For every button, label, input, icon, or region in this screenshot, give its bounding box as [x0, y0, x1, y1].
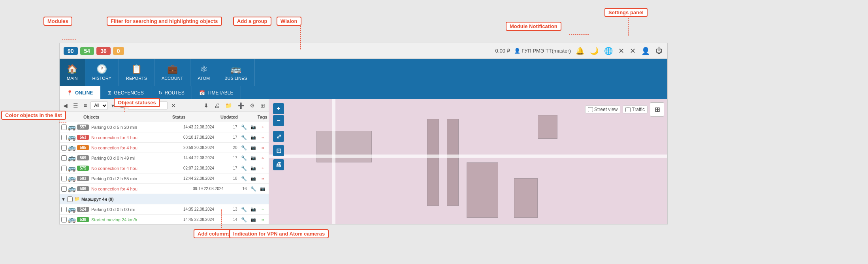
- settings-list-btn[interactable]: ⚙: [248, 102, 257, 109]
- nav-reports[interactable]: 📋 REPORTS: [119, 59, 154, 86]
- money-display: 0.00 ₽: [495, 48, 510, 54]
- map-controls: + − ⤢ ⊡ 🖨: [273, 103, 284, 170]
- group-checkbox[interactable]: [67, 196, 73, 202]
- vehicle-updated: 12:44 22.08.2024: [183, 176, 231, 181]
- filter-select[interactable]: All: [90, 101, 108, 110]
- map-building: [514, 178, 538, 218]
- row-checkbox[interactable]: [61, 217, 67, 223]
- camera-icon: 📷: [249, 176, 258, 181]
- row-checkbox[interactable]: [61, 135, 67, 140]
- status-count-green: 54: [80, 47, 94, 55]
- nav-routes[interactable]: ↻ ROUTES: [151, 86, 192, 99]
- list-item[interactable]: 🚌 563 No connection for 4 hou 03:10 17.0…: [60, 132, 269, 143]
- status-count-orange: 0: [113, 47, 124, 55]
- print-map-btn[interactable]: 🖨: [273, 159, 284, 170]
- nav-account[interactable]: 💼 ACCOUNT: [154, 59, 190, 86]
- row-checkbox[interactable]: [61, 176, 67, 181]
- row-checkbox[interactable]: [61, 155, 67, 161]
- list-btn[interactable]: ≡: [82, 102, 89, 109]
- menu-btn[interactable]: ☰: [71, 102, 80, 109]
- print-btn[interactable]: 🖨: [212, 102, 222, 109]
- globe-icon[interactable]: 🌐: [603, 46, 614, 56]
- row-checkbox[interactable]: [61, 166, 67, 171]
- folder-btn[interactable]: 📁: [223, 102, 234, 109]
- map-building: [427, 119, 439, 206]
- vehicle-badge: 557: [77, 124, 89, 130]
- vehicle-icon: 🚌: [68, 144, 76, 151]
- vehicle-num: 16: [241, 187, 248, 191]
- search-clear-btn[interactable]: ✕: [169, 102, 178, 109]
- add-btn[interactable]: ➕: [235, 102, 246, 109]
- vehicle-num: 17: [232, 166, 239, 170]
- vehicle-icon: 🚌: [68, 206, 76, 213]
- wrench-icon: 🔧: [249, 186, 258, 192]
- vehicle-status: Parking 00 d 2 h 55 min: [90, 176, 183, 181]
- nav-bus-lines[interactable]: 🚌 BUS LINES: [217, 59, 254, 86]
- back-btn[interactable]: ◀: [61, 102, 70, 109]
- account-icon: 💼: [167, 64, 178, 74]
- object-statuses-callout: Object statuses: [114, 98, 160, 107]
- modules-callout: Modules: [43, 17, 72, 26]
- notification-bell-icon[interactable]: 🔔: [575, 46, 585, 56]
- nav-routes-label: ROUTES: [165, 90, 185, 96]
- user-icon[interactable]: 👤: [640, 46, 651, 56]
- list-item[interactable]: 🚌 575 No connection for 4 hou 02:07 22.0…: [60, 163, 269, 173]
- list-item[interactable]: 🚌 538 Started moving 24 km/h 14:45 22.08…: [60, 215, 269, 224]
- camera-icon: 📷: [249, 155, 258, 160]
- vehicle-status: No connection for 4 hou: [90, 135, 183, 140]
- street-view-checkbox[interactable]: [588, 107, 593, 112]
- top-nav: 🏠 MAIN 🕐 HISTORY 📋 REPORTS 💼 ACCOUNT ⚛ A…: [60, 59, 667, 86]
- list-item[interactable]: 🚌 583 Parking 00 d 2 h 55 min 12:44 22.0…: [60, 173, 269, 184]
- vehicle-badge: 569: [77, 155, 89, 160]
- zoom-out-btn[interactable]: −: [273, 115, 284, 126]
- nav-history[interactable]: 🕐 HISTORY: [85, 59, 119, 86]
- list-item[interactable]: 🚌 524 Parking 00 d 0 h 00 mi 14:35 22.08…: [60, 204, 269, 215]
- status-bar-right: 0.00 ₽ 👤 ГУП РМЭ ТТ(master) 🔔 🌙 🌐 ✕ ✕ 👤 …: [495, 46, 663, 56]
- list-item[interactable]: 🚌 557 Parking 00 d 5 h 20 min 14:43 22.0…: [60, 122, 269, 132]
- settings-icon[interactable]: ✕: [618, 46, 625, 56]
- nav-timetable[interactable]: 📅 TIMETABLE: [192, 86, 241, 99]
- map-top-right: Street view Traffic ⊞: [585, 102, 664, 117]
- tools-icon[interactable]: ✕: [629, 46, 636, 56]
- vehicle-icon: 🚌: [68, 123, 76, 131]
- nav-timetable-label: TIMETABLE: [207, 90, 233, 96]
- road-horizontal: [269, 155, 667, 158]
- vehicle-badge: 524: [77, 207, 89, 212]
- map-building: [538, 115, 557, 139]
- camera-icon: 📷: [249, 124, 258, 130]
- row-checkbox[interactable]: [61, 124, 67, 130]
- signal-green-icon: ≈: [258, 207, 267, 212]
- signal-icon: ≈: [258, 145, 267, 150]
- signal-icon: ≈: [258, 135, 267, 140]
- street-view-label[interactable]: Street view: [585, 106, 620, 113]
- objects-list: 🚌 557 Parking 00 d 5 h 20 min 14:43 22.0…: [60, 122, 269, 224]
- row-checkbox[interactable]: [61, 207, 67, 212]
- row-checkbox[interactable]: [61, 145, 67, 151]
- columns-btn[interactable]: ⊞: [258, 102, 267, 109]
- nav-online[interactable]: 📍 ONLINE: [60, 86, 100, 99]
- nav-account-label: ACCOUNT: [162, 76, 183, 81]
- fullscreen-btn[interactable]: ⤢: [273, 131, 284, 142]
- user-display: 👤 ГУП РМЭ ТТ(master): [514, 48, 571, 54]
- col-tags: Tags: [258, 115, 269, 119]
- vehicle-status: No connection for 4 hou: [90, 187, 192, 191]
- zoom-in-btn[interactable]: +: [273, 103, 284, 114]
- row-checkbox[interactable]: [61, 186, 67, 192]
- traffic-checkbox[interactable]: [625, 107, 631, 112]
- nav-geofences[interactable]: ⊞ GEOFENCES: [100, 86, 151, 99]
- export-btn[interactable]: ⬇: [202, 102, 211, 109]
- layers-btn[interactable]: ⊞: [650, 102, 664, 117]
- list-item[interactable]: 🚌 569 Parking 00 d 0 h 49 mi 14:44 22.08…: [60, 153, 269, 163]
- vehicle-updated: 14:45 22.08.2024: [183, 217, 231, 222]
- traffic-label[interactable]: Traffic: [623, 106, 648, 113]
- power-icon[interactable]: ⏻: [655, 46, 663, 56]
- group-header[interactable]: ▼ 📁 Маршрут 4н (9): [60, 194, 269, 204]
- nav-atom[interactable]: ⚛ ATOM: [190, 59, 217, 86]
- nav-geofences-label: GEOFENCES: [114, 90, 143, 96]
- select-area-btn[interactable]: ⊡: [273, 145, 284, 156]
- list-item[interactable]: 🚌 565 No connection for 4 hou 20:59 20.0…: [60, 143, 269, 153]
- list-item[interactable]: 🚌 586 No connection for 4 hou 09:19 22.0…: [60, 184, 269, 194]
- nav-main[interactable]: 🏠 MAIN: [60, 59, 85, 86]
- signal-green-icon: ≈: [258, 217, 267, 222]
- moon-icon[interactable]: 🌙: [589, 46, 599, 56]
